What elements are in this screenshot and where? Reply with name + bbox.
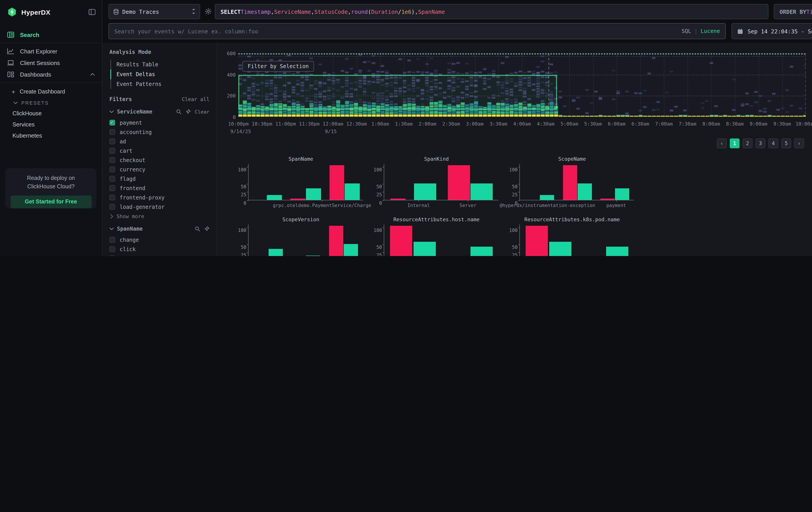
filter-by-selection-button[interactable]: Filter by Selection xyxy=(242,61,314,72)
preset-services[interactable]: Services xyxy=(0,119,102,130)
bar-inlier[interactable] xyxy=(269,249,283,256)
heatmap-x-tick: 8:00am xyxy=(702,121,720,127)
page-prev-button[interactable]: ‹ xyxy=(717,138,727,148)
filter-group-spanname: SpanNamechangeclickdocumentFetchdocument… xyxy=(109,226,209,256)
checkbox[interactable] xyxy=(109,138,115,144)
page-button-4[interactable]: 4 xyxy=(768,138,778,148)
sql-toggle[interactable]: SQL xyxy=(682,28,691,34)
checkbox[interactable] xyxy=(109,148,115,154)
checkbox[interactable] xyxy=(109,246,115,252)
page-button-1[interactable]: 1 xyxy=(730,138,740,148)
bar-outlier[interactable] xyxy=(390,225,412,256)
bar-outlier[interactable] xyxy=(390,198,405,200)
filter-option[interactable]: documentFetch xyxy=(109,254,209,256)
heatmap-x-tick: 9:30am xyxy=(773,121,791,127)
chevron-up-icon xyxy=(90,73,95,76)
bar-inlier[interactable] xyxy=(578,183,592,200)
search-input[interactable]: Search your events w/ Lucene ex. column:… xyxy=(109,23,726,39)
checkbox[interactable] xyxy=(109,129,115,135)
bar-outlier[interactable] xyxy=(329,165,344,200)
sidebar-item-client-sessions[interactable]: Client Sessions xyxy=(0,57,102,68)
filter-option[interactable]: click xyxy=(109,244,209,254)
chevron-down-icon[interactable] xyxy=(109,227,114,230)
analysis-mode-results-table[interactable]: Results Table xyxy=(110,60,209,70)
bar-inlier[interactable] xyxy=(470,183,493,200)
page-next-button[interactable]: › xyxy=(794,138,804,148)
bar-inlier[interactable] xyxy=(615,188,629,200)
checkbox[interactable] xyxy=(109,255,115,256)
filter-option-label: checkout xyxy=(120,157,145,163)
bar-inlier[interactable] xyxy=(549,242,572,256)
checkbox[interactable] xyxy=(109,120,115,126)
bar-outlier[interactable] xyxy=(526,225,548,256)
sidebar-collapse-icon[interactable] xyxy=(88,9,96,15)
filter-option[interactable]: payment xyxy=(109,118,209,127)
presets-toggle[interactable]: PRESETS xyxy=(0,98,102,108)
analysis-mode-event-deltas[interactable]: Event Deltas xyxy=(110,70,209,79)
clear-group-button[interactable]: Clear xyxy=(195,109,209,115)
sidebar-item-dashboards[interactable]: Dashboards xyxy=(0,69,102,80)
query-token: , xyxy=(348,8,351,15)
bar-inlier[interactable] xyxy=(306,188,321,200)
preset-clickhouse[interactable]: ClickHouse xyxy=(0,108,102,119)
lucene-toggle[interactable]: Lucene xyxy=(701,28,720,34)
bar-inlier[interactable] xyxy=(306,255,320,256)
bar-inlier[interactable] xyxy=(606,246,628,256)
bar-inlier[interactable] xyxy=(470,246,493,256)
filter-option[interactable]: cart xyxy=(109,146,209,155)
select-query-input[interactable]: SELECT Timestamp, ServiceName, StatusCod… xyxy=(215,4,768,19)
clear-all-button[interactable]: Clear all xyxy=(182,96,209,102)
checkbox[interactable] xyxy=(109,204,115,210)
checkbox[interactable] xyxy=(109,194,115,200)
bar-outlier[interactable] xyxy=(290,198,305,200)
filter-option[interactable]: ad xyxy=(109,137,209,146)
gear-icon[interactable] xyxy=(205,8,212,15)
bar-outlier[interactable] xyxy=(329,225,343,256)
search-icon[interactable] xyxy=(195,226,200,232)
page-button-3[interactable]: 3 xyxy=(756,138,765,148)
preset-kubernetes[interactable]: Kubernetes xyxy=(0,130,102,141)
chevron-down-icon[interactable] xyxy=(109,110,114,113)
bar-inlier[interactable] xyxy=(413,242,436,256)
page-button-5[interactable]: 5 xyxy=(781,138,791,148)
bar-outlier[interactable] xyxy=(563,165,577,200)
filter-option[interactable]: frontend-proxy xyxy=(109,193,209,202)
filter-option[interactable]: currency xyxy=(109,165,209,174)
duration-heatmap[interactable] xyxy=(238,53,806,117)
checkbox[interactable] xyxy=(109,166,115,172)
search-icon[interactable] xyxy=(176,109,181,114)
search-placeholder: Search your events w/ Lucene ex. column:… xyxy=(114,28,682,34)
filter-option[interactable]: change xyxy=(109,235,209,244)
checkbox[interactable] xyxy=(109,176,115,182)
filter-option[interactable]: frontend xyxy=(109,183,209,193)
source-select[interactable]: Demo Traces ⏶⏷ xyxy=(109,4,200,19)
create-dashboard-button[interactable]: + Create Dashboard xyxy=(0,85,102,98)
bar-inlier[interactable] xyxy=(414,183,436,200)
checkbox[interactable] xyxy=(109,185,115,191)
pin-icon[interactable] xyxy=(185,109,191,114)
date-range-picker[interactable]: Sep 14 22:04:35 - Sep 15 10:04:35 xyxy=(731,23,812,39)
page-button-2[interactable]: 2 xyxy=(743,138,752,148)
analysis-mode-event-patterns[interactable]: Event Patterns xyxy=(110,79,209,89)
order-by-input[interactable]: ORDER BY Timestamp DESC xyxy=(774,4,812,19)
bar-outlier[interactable] xyxy=(447,165,470,200)
sidebar-item-search[interactable]: Search xyxy=(0,29,102,40)
chart-y-tick: 50 xyxy=(512,184,518,189)
checkbox[interactable] xyxy=(109,237,115,243)
filter-option[interactable]: checkout xyxy=(109,155,209,165)
bar-inlier[interactable] xyxy=(267,195,282,200)
bar-inlier[interactable] xyxy=(540,195,554,200)
bar-inlier[interactable] xyxy=(344,244,358,256)
bar-outlier[interactable] xyxy=(600,198,614,200)
sidebar-item-chart-explorer[interactable]: Chart Explorer xyxy=(0,46,102,57)
chart-y-tick: 50 xyxy=(376,184,382,189)
pin-icon[interactable] xyxy=(204,226,209,232)
filter-option[interactable]: flagd xyxy=(109,174,209,183)
bar-inlier[interactable] xyxy=(345,183,359,200)
filter-option[interactable]: accounting xyxy=(109,127,209,137)
filter-option[interactable]: load-generator xyxy=(109,202,209,212)
show-more-button[interactable]: Show more xyxy=(109,213,209,219)
checkbox[interactable] xyxy=(109,157,115,163)
get-started-button[interactable]: Get Started for Free xyxy=(10,195,91,208)
query-token: ORDER BY xyxy=(780,8,806,15)
